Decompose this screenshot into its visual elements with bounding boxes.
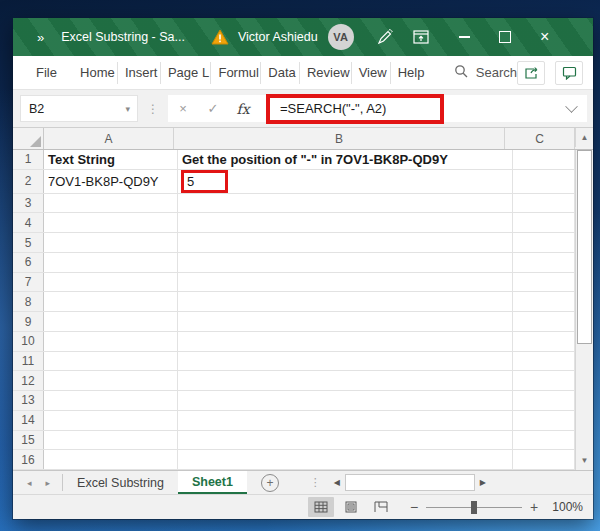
cell-A13[interactable]	[44, 391, 178, 410]
cell-C9[interactable]	[513, 312, 575, 331]
cell-C8[interactable]	[513, 292, 575, 311]
cell-C5[interactable]	[513, 233, 575, 252]
enter-icon[interactable]: ✓	[198, 101, 228, 116]
cell-B6[interactable]	[178, 253, 513, 272]
horizontal-scrollbar[interactable]: ◀ ▶	[329, 471, 491, 494]
cell-A7[interactable]	[44, 273, 178, 292]
tab-insert[interactable]: Insert	[117, 62, 160, 84]
tab-page-layout[interactable]: Page L	[160, 62, 211, 84]
cell-C10[interactable]	[513, 332, 575, 351]
sheet-tab-excel-substring[interactable]: Excel Substring	[63, 471, 178, 494]
row-header-10[interactable]: 10	[13, 332, 44, 351]
cell-B13[interactable]	[178, 391, 513, 410]
cell-A2[interactable]: 7OV1-BK8P-QD9Y	[44, 170, 178, 193]
name-box[interactable]: B2 ▾	[20, 95, 138, 122]
formula-text[interactable]: =SEARCH("-", A2)	[280, 101, 386, 116]
name-box-dropdown-icon[interactable]: ▾	[118, 104, 137, 114]
cell-A10[interactable]	[44, 332, 178, 351]
zoom-slider[interactable]	[426, 507, 522, 508]
sheet-nav-right-icon[interactable]: ▸	[46, 478, 51, 488]
cell-B4[interactable]	[178, 213, 513, 232]
insert-function-icon[interactable]: fx	[228, 101, 258, 117]
hscroll-right-icon[interactable]: ▶	[475, 478, 491, 487]
row-header-12[interactable]: 12	[13, 371, 44, 390]
cell-A8[interactable]	[44, 292, 178, 311]
cell-A12[interactable]	[44, 371, 178, 390]
cell-A16[interactable]	[44, 450, 178, 469]
page-layout-view-icon[interactable]	[338, 497, 364, 517]
cell-A1[interactable]: Text String	[44, 150, 178, 169]
zoom-out-icon[interactable]: −	[410, 500, 418, 514]
horizontal-scrollbar-track[interactable]	[345, 474, 475, 491]
row-header-8[interactable]: 8	[13, 292, 44, 311]
expand-formula-bar-icon[interactable]	[565, 100, 577, 112]
normal-view-icon[interactable]	[308, 497, 334, 517]
sheet-tab-sheet1[interactable]: Sheet1	[178, 471, 247, 494]
row-header-9[interactable]: 9	[13, 312, 44, 331]
tab-file[interactable]: File	[29, 62, 61, 84]
tab-data[interactable]: Data	[260, 62, 299, 84]
row-header-7[interactable]: 7	[13, 273, 44, 292]
formula-bar-grip-icon[interactable]: ⋮	[138, 102, 168, 116]
row-header-14[interactable]: 14	[13, 411, 44, 430]
row-header-5[interactable]: 5	[13, 233, 44, 252]
tab-view[interactable]: View	[351, 62, 390, 84]
cell-C7[interactable]	[513, 273, 575, 292]
zoom-in-icon[interactable]: +	[530, 500, 538, 514]
row-header-15[interactable]: 15	[13, 431, 44, 450]
cell-A6[interactable]	[44, 253, 178, 272]
select-all-corner[interactable]	[13, 128, 44, 149]
cell-A9[interactable]	[44, 312, 178, 331]
zoom-level[interactable]: 100%	[552, 500, 583, 514]
ribbon-display-options-icon[interactable]	[406, 22, 436, 52]
maximize-button[interactable]	[488, 22, 522, 52]
cell-C4[interactable]	[513, 213, 575, 232]
user-avatar[interactable]: VA	[328, 24, 354, 50]
cell-A14[interactable]	[44, 411, 178, 430]
inking-pen-icon[interactable]	[370, 22, 400, 52]
formula-bar[interactable]: × ✓ fx =SEARCH("-", A2)	[168, 95, 587, 122]
vertical-scrollbar[interactable]: ▼	[575, 150, 593, 470]
close-button[interactable]: ×	[528, 22, 562, 52]
hscroll-left-icon[interactable]: ◀	[329, 478, 345, 487]
cell-B9[interactable]	[178, 312, 513, 331]
vertical-scrollbar-thumb[interactable]	[577, 150, 592, 344]
tab-formulas[interactable]: Formul	[210, 62, 260, 84]
cell-B1[interactable]: Get the position of "-" in 7OV1-BK8P-QD9…	[178, 150, 513, 169]
tab-review[interactable]: Review	[299, 62, 351, 84]
cell-A3[interactable]	[44, 194, 178, 213]
row-header-2[interactable]: 2	[13, 170, 44, 193]
cell-B7[interactable]	[178, 273, 513, 292]
cell-B2[interactable]: 5	[178, 170, 513, 193]
cell-B3[interactable]	[178, 194, 513, 213]
cell-C12[interactable]	[513, 371, 575, 390]
row-header-11[interactable]: 11	[13, 352, 44, 371]
minimize-button[interactable]	[448, 22, 482, 52]
new-sheet-button[interactable]: +	[261, 474, 279, 492]
cell-B12[interactable]	[178, 371, 513, 390]
quick-access-overflow-icon[interactable]: »	[37, 30, 45, 45]
cell-B14[interactable]	[178, 411, 513, 430]
cell-B15[interactable]	[178, 431, 513, 450]
cell-C3[interactable]	[513, 194, 575, 213]
column-header-b[interactable]: B	[174, 128, 505, 149]
cell-B8[interactable]	[178, 292, 513, 311]
search-box[interactable]: Search	[454, 64, 517, 81]
row-header-16[interactable]: 16	[13, 450, 44, 469]
row-header-4[interactable]: 4	[13, 213, 44, 232]
row-header-6[interactable]: 6	[13, 253, 44, 272]
cell-C13[interactable]	[513, 391, 575, 410]
cancel-icon[interactable]: ×	[168, 101, 198, 116]
cell-C6[interactable]	[513, 253, 575, 272]
cell-C15[interactable]	[513, 431, 575, 450]
row-header-3[interactable]: 3	[13, 194, 44, 213]
zoom-slider-thumb[interactable]	[471, 501, 477, 514]
cell-C2[interactable]	[513, 170, 575, 193]
tab-home[interactable]: Home	[73, 62, 117, 84]
scroll-down-icon[interactable]: ▼	[576, 451, 593, 470]
row-header-1[interactable]: 1	[13, 150, 44, 169]
tab-help[interactable]: Help	[390, 62, 428, 84]
column-header-a[interactable]: A	[44, 128, 174, 149]
user-name[interactable]: Victor Ashiedu	[238, 30, 318, 44]
row-header-13[interactable]: 13	[13, 391, 44, 410]
